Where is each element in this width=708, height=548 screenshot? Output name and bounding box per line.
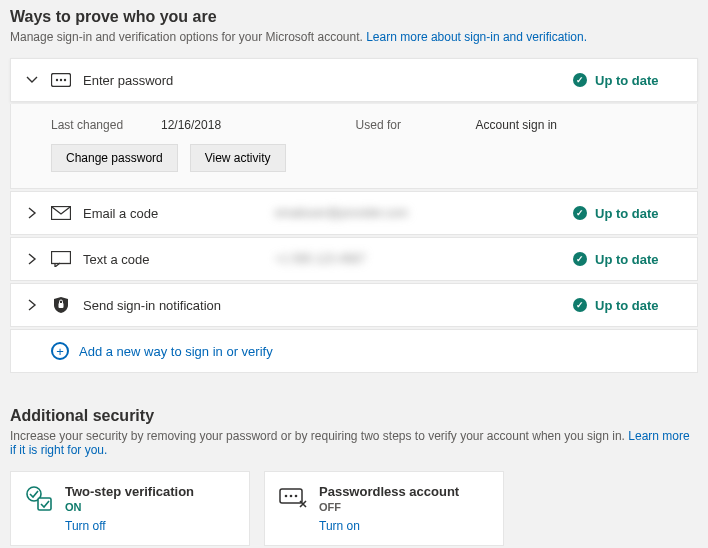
learn-more-signin-link[interactable]: Learn more about sign-in and verificatio…: [366, 30, 587, 44]
passwordless-toggle-link[interactable]: Turn on: [319, 519, 459, 533]
status-badge: ✓ Up to date: [573, 252, 683, 267]
row-title: Text a code: [83, 252, 263, 267]
lock-shield-icon: [51, 296, 71, 314]
tile-title: Passwordless account: [319, 484, 459, 499]
row-enter-password-body: Last changed 12/16/2018 Used for Account…: [10, 104, 698, 189]
tile-title: Two-step verification: [65, 484, 194, 499]
chevron-right-icon: [25, 299, 39, 311]
additional-security-subtitle: Increase your security by removing your …: [10, 429, 698, 457]
row-signin-notification[interactable]: Send sign-in notification ✓ Up to date: [10, 283, 698, 327]
ways-heading: Ways to prove who you are: [10, 8, 698, 26]
chevron-down-icon: [25, 74, 39, 86]
row-title: Email a code: [83, 206, 263, 221]
svg-point-2: [60, 79, 62, 81]
additional-security-heading: Additional security: [10, 407, 698, 425]
last-changed-label: Last changed: [51, 118, 141, 132]
status-text: Up to date: [595, 206, 659, 221]
tile-passwordless: Passwordless account OFF Turn on: [264, 471, 504, 546]
chevron-right-icon: [25, 207, 39, 219]
two-step-icon: [25, 484, 53, 512]
chevron-right-icon: [25, 253, 39, 265]
proof-methods-list: Enter password ✓ Up to date Last changed…: [10, 58, 698, 373]
status-text: Up to date: [595, 252, 659, 267]
passwordless-icon: [279, 484, 307, 508]
svg-rect-5: [52, 252, 71, 264]
used-for-label: Used for: [356, 118, 456, 132]
password-icon: [51, 73, 71, 87]
svg-point-3: [64, 79, 66, 81]
svg-point-1: [56, 79, 58, 81]
plus-circle-icon: +: [51, 342, 69, 360]
last-changed-value: 12/16/2018: [161, 118, 281, 132]
view-activity-button[interactable]: View activity: [190, 144, 286, 172]
svg-point-10: [285, 495, 288, 498]
row-email-code[interactable]: Email a code emailuser@provider.com ✓ Up…: [10, 191, 698, 235]
add-signin-method-label: Add a new way to sign in or verify: [79, 344, 273, 359]
password-actions: Change password View activity: [51, 144, 657, 172]
status-text: Up to date: [595, 298, 659, 313]
row-mid: emailuser@provider.com: [275, 206, 561, 220]
status-badge: ✓ Up to date: [573, 206, 683, 221]
two-step-toggle-link[interactable]: Turn off: [65, 519, 194, 533]
svg-point-12: [295, 495, 298, 498]
svg-rect-6: [59, 303, 64, 308]
add-signin-method[interactable]: + Add a new way to sign in or verify: [10, 329, 698, 373]
tile-state: ON: [65, 501, 194, 513]
password-details: Last changed 12/16/2018 Used for Account…: [51, 118, 657, 132]
row-title: Enter password: [83, 73, 263, 88]
status-text: Up to date: [595, 73, 659, 88]
row-text-code[interactable]: Text a code +1 555 123 4567 ✓ Up to date: [10, 237, 698, 281]
mail-icon: [51, 206, 71, 220]
ways-subtitle: Manage sign-in and verification options …: [10, 30, 698, 44]
row-enter-password[interactable]: Enter password ✓ Up to date: [10, 58, 698, 102]
check-icon: ✓: [573, 73, 587, 87]
check-icon: ✓: [573, 206, 587, 220]
status-badge: ✓ Up to date: [573, 73, 683, 88]
svg-rect-8: [38, 498, 51, 510]
used-for-value: Account sign in: [476, 118, 557, 132]
phone-value-blurred: +1 555 123 4567: [275, 252, 365, 266]
email-value-blurred: emailuser@provider.com: [275, 206, 408, 220]
svg-point-11: [290, 495, 293, 498]
change-password-button[interactable]: Change password: [51, 144, 178, 172]
sms-icon: [51, 251, 71, 267]
additional-subtitle-text: Increase your security by removing your …: [10, 429, 628, 443]
row-mid: +1 555 123 4567: [275, 252, 561, 266]
tile-state: OFF: [319, 501, 459, 513]
row-title: Send sign-in notification: [83, 298, 263, 313]
check-icon: ✓: [573, 252, 587, 266]
additional-security-tiles: Two-step verification ON Turn off Passwo…: [10, 471, 698, 546]
status-badge: ✓ Up to date: [573, 298, 683, 313]
ways-subtitle-text: Manage sign-in and verification options …: [10, 30, 366, 44]
check-icon: ✓: [573, 298, 587, 312]
tile-two-step: Two-step verification ON Turn off: [10, 471, 250, 546]
